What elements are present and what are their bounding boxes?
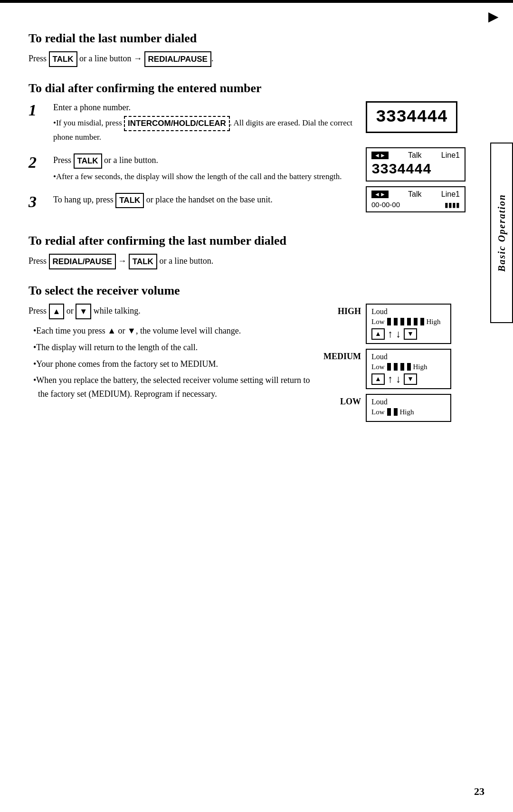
vol-bar-6 xyxy=(420,318,424,325)
section1-instruction: Press TALK or a line button → REDIAL/PAU… xyxy=(28,51,466,67)
volume-controls-high: ▲ ↑ ↓ ▼ xyxy=(371,328,446,340)
volume-instruction: Press ▲ or ▼ while talking. xyxy=(28,304,314,319)
talk-button-1[interactable]: TALK xyxy=(49,51,77,67)
phone-screen-3: ◄► Talk Line1 00-00-00 ▮▮▮▮ xyxy=(366,186,466,212)
talk-button-3[interactable]: TALK xyxy=(115,193,144,208)
sidebar: Basic Operation xyxy=(490,143,513,323)
step-2-content: Press TALK or a line button. •After a fe… xyxy=(53,153,361,184)
page-arrow: ▶ xyxy=(488,9,499,24)
section-redial-confirm: To redial after confirming the last numb… xyxy=(28,234,466,269)
steps-left: 1 Enter a phone number. •If you misdial,… xyxy=(28,101,361,219)
phone-screen-2: ◄► Talk Line1 3334444 xyxy=(366,147,466,182)
display-number-2: 3334444 xyxy=(371,162,460,178)
vol-bar-4 xyxy=(407,318,411,325)
vol-bar-m2 xyxy=(394,363,398,371)
step-2-number: 2 xyxy=(28,153,48,171)
step-3-number: 3 xyxy=(28,193,48,210)
vol-bullet-2: •The display will return to the length o… xyxy=(28,341,314,354)
redial-pause-button-2[interactable]: REDIAL/PAUSE xyxy=(49,254,116,269)
step-1-main: Enter a phone number. xyxy=(53,101,361,114)
section-dial-confirm: To dial after confirming the entered num… xyxy=(28,81,466,219)
line-label-2: Line1 xyxy=(441,151,460,160)
section2-heading: To dial after confirming the entered num… xyxy=(28,81,466,96)
screen-top-3: ◄► Talk Line1 xyxy=(371,190,460,199)
loud-text-low: Loud xyxy=(371,398,446,406)
talk-label-2: Talk xyxy=(408,151,421,160)
vol-bullet-4: •When you replace the battery, the selec… xyxy=(28,373,314,401)
step-1-content: Enter a phone number. •If you misdial, p… xyxy=(53,101,361,145)
section3-instruction: Press REDIAL/PAUSE → TALK or a line butt… xyxy=(28,254,466,269)
step-1-bullet: •If you misdial, press INTERCOM/HOLD/CLE… xyxy=(53,116,361,143)
timer-row: 00-00-00 ▮▮▮▮ xyxy=(371,201,460,209)
volume-block-high: HIGH Loud Low High xyxy=(323,304,466,344)
talk-indicator-3: ◄► xyxy=(371,191,389,198)
vol-down-btn[interactable]: ▼ xyxy=(76,304,91,319)
section4-heading: To select the receiver volume xyxy=(28,284,466,298)
bar-row-high: Low High xyxy=(371,318,446,326)
vol-bar-m1 xyxy=(387,363,391,371)
volume-display-high: Loud Low High xyxy=(366,304,451,344)
vol-down-control-medium[interactable]: ▼ xyxy=(404,373,417,385)
vol-up-control-high[interactable]: ▲ xyxy=(371,328,385,340)
volume-block-medium: MEDIUM Loud Low High xyxy=(323,349,466,389)
redial-pause-button-1[interactable]: REDIAL/PAUSE xyxy=(144,51,211,67)
step-3: 3 To hang up, press TALK or place the ha… xyxy=(28,193,361,210)
intercom-button[interactable]: INTERCOM/HOLD/CLEAR xyxy=(124,116,230,131)
step-2: 2 Press TALK or a line button. •After a … xyxy=(28,153,361,184)
vol-bullet-3: •Your phone comes from the factory set t… xyxy=(28,357,314,371)
vol-up-btn[interactable]: ▲ xyxy=(49,304,65,319)
vol-bar-1 xyxy=(387,318,391,325)
vol-bar-3 xyxy=(400,318,404,325)
step-1: 1 Enter a phone number. •If you misdial,… xyxy=(28,101,361,145)
display-box-1: 3334444 xyxy=(366,101,457,133)
vol-bar-5 xyxy=(414,318,418,325)
volume-label-low: LOW xyxy=(323,394,361,407)
vol-bar-l2 xyxy=(394,408,398,416)
loud-text-medium: Loud xyxy=(371,353,446,361)
loud-text-high: Loud xyxy=(371,307,446,316)
step-1-number: 1 xyxy=(28,101,48,119)
talk-button-2[interactable]: TALK xyxy=(74,153,102,169)
volume-label-medium: MEDIUM xyxy=(323,349,361,362)
main-content: To redial the last number dialed Press T… xyxy=(0,3,513,446)
step-2-main: Press TALK or a line button. xyxy=(53,153,361,169)
step-3-main: To hang up, press TALK or place the hand… xyxy=(53,193,361,208)
talk-button-4[interactable]: TALK xyxy=(129,254,157,269)
vol-bar-2 xyxy=(394,318,398,325)
timer-value: 00-00-00 xyxy=(371,201,400,209)
talk-indicator-2: ◄► xyxy=(371,152,389,159)
section-volume: To select the receiver volume Press ▲ or… xyxy=(28,284,466,427)
talk-label-3: Talk xyxy=(408,190,421,199)
vol-bar-l1 xyxy=(387,408,391,416)
sidebar-text: Basic Operation xyxy=(496,194,507,272)
screen-top-2: ◄► Talk Line1 xyxy=(371,151,460,160)
vol-bullet-1: •Each time you press ▲ or ▼, the volume … xyxy=(28,324,314,338)
section1-heading: To redial the last number dialed xyxy=(28,31,466,46)
line-label-3: Line1 xyxy=(441,190,460,199)
vol-bar-m3 xyxy=(400,363,404,371)
volume-display-low: Loud Low High xyxy=(366,394,451,422)
bar-row-medium: Low High xyxy=(371,363,446,371)
volume-label-high: HIGH xyxy=(323,304,361,316)
vol-down-control-high[interactable]: ▼ xyxy=(404,328,417,340)
page-number: 23 xyxy=(474,785,484,798)
bar-row-low: Low High xyxy=(371,408,446,416)
step-2-bullet: •After a few seconds, the display will s… xyxy=(53,171,361,183)
section-redial: To redial the last number dialed Press T… xyxy=(28,31,466,67)
volume-left: Press ▲ or ▼ while talking. •Each time y… xyxy=(28,304,323,404)
battery-icon: ▮▮▮▮ xyxy=(445,201,460,209)
steps-right: 3334444 ◄► Talk Line1 3334444 xyxy=(361,101,466,216)
volume-block-low: LOW Loud Low High xyxy=(323,394,466,422)
steps-with-display: 1 Enter a phone number. •If you misdial,… xyxy=(28,101,466,219)
volume-display-medium: Loud Low High ▲ ↑ xyxy=(366,349,451,389)
volume-section: Press ▲ or ▼ while talking. •Each time y… xyxy=(28,304,466,427)
section3-heading: To redial after confirming the last numb… xyxy=(28,234,466,248)
vol-bar-m4 xyxy=(407,363,411,371)
volume-right: HIGH Loud Low High xyxy=(323,304,466,427)
volume-controls-medium: ▲ ↑ ↓ ▼ xyxy=(371,373,446,385)
vol-up-control-medium[interactable]: ▲ xyxy=(371,373,385,385)
page-container: ▶ Basic Operation To redial the last num… xyxy=(0,0,513,812)
step-3-content: To hang up, press TALK or place the hand… xyxy=(53,193,361,210)
